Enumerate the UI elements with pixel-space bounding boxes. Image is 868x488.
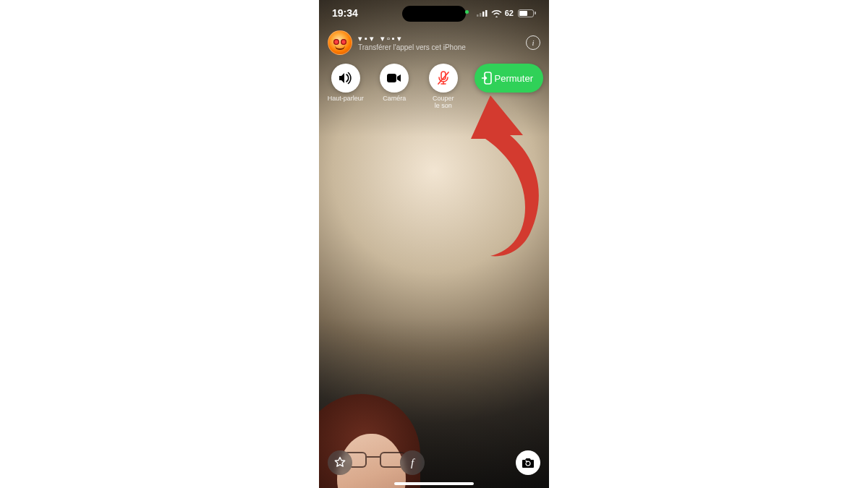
swap-label: Permuter	[495, 73, 533, 84]
swap-icon	[482, 72, 492, 85]
home-indicator[interactable]	[394, 482, 474, 485]
status-time: 19:34	[332, 7, 358, 19]
annotation-arrow	[451, 88, 549, 254]
battery-percent-label: 62	[505, 9, 514, 17]
control-speaker: Haut-parleur	[325, 64, 367, 103]
avatar	[328, 30, 352, 55]
call-controls: Haut-parleur Caméra	[325, 64, 543, 110]
phone-screen: 19:34 62	[319, 0, 549, 488]
mute-button[interactable]	[429, 64, 458, 93]
svg-rect-0	[477, 14, 479, 17]
bottom-toolbar: f	[328, 450, 540, 475]
caller-subtitle: Transférer l'appel vers cet iPhone	[358, 43, 520, 51]
svg-rect-1	[480, 13, 482, 17]
flip-camera-button[interactable]	[516, 450, 540, 475]
battery-icon	[518, 9, 536, 17]
wifi-icon	[491, 9, 502, 17]
caller-text: ▾▪▾ ▾▫▪▾ Transférer l'appel vers cet iPh…	[358, 34, 520, 51]
caller-banner[interactable]: ▾▪▾ ▾▫▪▾ Transférer l'appel vers cet iPh…	[328, 30, 540, 55]
caller-name: ▾▪▾ ▾▫▪▾	[358, 34, 520, 43]
svg-rect-3	[485, 10, 488, 17]
svg-rect-2	[482, 12, 485, 17]
mic-off-icon	[437, 71, 450, 85]
speaker-button[interactable]	[331, 64, 360, 93]
video-icon	[386, 73, 402, 83]
control-mute: Couper le son	[422, 64, 464, 110]
flip-camera-icon	[521, 457, 535, 468]
function-button[interactable]: f	[400, 450, 425, 475]
dynamic-island	[402, 6, 466, 22]
swap-button[interactable]: Permuter	[475, 64, 543, 93]
svg-rect-4	[387, 74, 396, 82]
function-icon: f	[411, 457, 414, 469]
camera-label: Caméra	[383, 95, 406, 103]
effects-button[interactable]	[328, 450, 352, 475]
control-camera: Caméra	[374, 64, 416, 103]
camera-button[interactable]	[380, 64, 409, 93]
speaker-label: Haut-parleur	[328, 95, 364, 103]
status-right: 62	[477, 9, 536, 17]
star-icon	[333, 456, 346, 469]
speaker-icon	[338, 72, 354, 85]
info-icon[interactable]: i	[526, 35, 540, 50]
mute-label: Couper le son	[433, 95, 454, 110]
cellular-icon	[477, 9, 488, 17]
